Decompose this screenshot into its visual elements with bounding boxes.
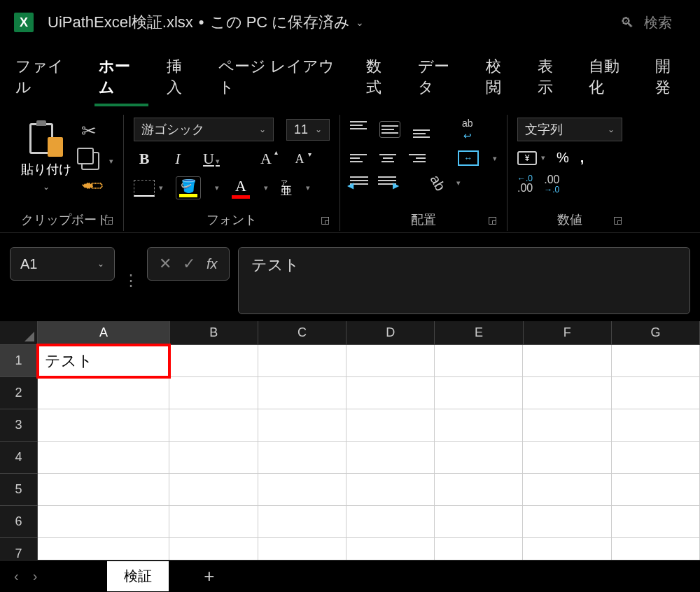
add-sheet-button[interactable]: + — [204, 565, 214, 587]
wrap-text-button[interactable]: ab↩ — [462, 118, 473, 141]
cell[interactable] — [169, 442, 258, 474]
cell[interactable] — [435, 474, 523, 506]
tab-data[interactable]: データ — [414, 55, 468, 106]
tab-file[interactable]: ファイル — [11, 55, 80, 106]
number-format-select[interactable]: 文字列⌄ — [517, 118, 622, 141]
tab-home[interactable]: ホーム — [94, 55, 148, 106]
cell[interactable] — [38, 409, 169, 442]
cell[interactable] — [258, 409, 346, 442]
cell[interactable] — [612, 474, 700, 506]
fill-color-button[interactable]: 🪣 — [176, 176, 201, 199]
cell[interactable] — [169, 506, 258, 538]
cell[interactable] — [523, 409, 611, 442]
row-header-2[interactable]: 2 — [0, 377, 38, 409]
align-right-button[interactable] — [409, 150, 426, 167]
cell[interactable] — [258, 442, 346, 474]
cell[interactable] — [435, 442, 523, 474]
font-size-select[interactable]: 11⌄ — [286, 119, 330, 141]
align-top-button[interactable] — [350, 121, 367, 138]
tab-view[interactable]: 表示 — [533, 55, 571, 106]
font-color-button[interactable]: A — [232, 177, 250, 199]
cell-G1[interactable] — [612, 345, 700, 377]
percent-button[interactable]: % — [556, 150, 569, 166]
tab-formulas[interactable]: 数式 — [362, 55, 400, 106]
cell[interactable] — [346, 377, 435, 409]
tab-automate[interactable]: 自動化 — [584, 55, 637, 106]
cell[interactable] — [346, 442, 435, 474]
row-header-6[interactable]: 6 — [0, 506, 38, 538]
cell[interactable] — [435, 377, 523, 409]
align-middle-button[interactable] — [379, 121, 400, 138]
cell[interactable] — [258, 506, 346, 538]
tab-pagelayout[interactable]: ページ レイアウト — [214, 55, 349, 106]
shrink-font-button[interactable]: A — [289, 152, 310, 167]
align-center-button[interactable] — [379, 150, 396, 167]
cell[interactable] — [169, 474, 258, 506]
orientation-button[interactable]: ab — [427, 172, 449, 194]
comma-style-button[interactable]: , — [580, 150, 584, 166]
cell[interactable] — [612, 377, 700, 409]
row-header-3[interactable]: 3 — [0, 409, 38, 442]
dialog-launcher-icon[interactable]: ◲ — [613, 214, 622, 225]
cell[interactable] — [38, 506, 169, 538]
cell[interactable] — [523, 442, 611, 474]
decrease-indent-button[interactable]: ◀ — [350, 176, 368, 190]
file-title[interactable]: UiPathExcel検証.xlsx • この PC に保存済み ⌄ — [48, 12, 364, 33]
chevron-down-icon[interactable]: ⌄ — [356, 17, 364, 28]
cell[interactable] — [258, 377, 346, 409]
underline-button[interactable]: U▾ — [201, 150, 222, 168]
cell[interactable] — [346, 506, 435, 538]
tab-review[interactable]: 校閲 — [482, 55, 519, 106]
merge-cells-button[interactable]: ↔ — [458, 150, 479, 166]
cell-A1[interactable]: テスト — [38, 345, 169, 377]
font-name-select[interactable]: 游ゴシック⌄ — [134, 118, 274, 141]
copy-button[interactable]: ▾ — [81, 152, 113, 170]
cell[interactable] — [38, 442, 169, 474]
prev-sheet-button[interactable]: ‹ — [14, 568, 19, 584]
borders-button[interactable]: ▾ — [134, 180, 163, 197]
cell[interactable] — [169, 377, 258, 409]
col-header-A[interactable]: A — [38, 321, 169, 345]
dialog-launcher-icon[interactable]: ◲ — [104, 214, 113, 225]
formula-input[interactable]: テスト — [238, 247, 690, 314]
format-painter-button[interactable]: 🖌 — [78, 171, 116, 209]
align-bottom-button[interactable] — [413, 121, 430, 138]
grow-font-button[interactable]: A — [255, 150, 276, 168]
col-header-F[interactable]: F — [524, 321, 612, 345]
col-header-G[interactable]: G — [612, 321, 700, 345]
decrease-decimal-button[interactable]: .00→.0 — [544, 174, 559, 194]
cell[interactable] — [523, 506, 611, 538]
italic-button[interactable]: I — [167, 150, 188, 168]
align-left-button[interactable] — [350, 150, 367, 167]
select-all-corner[interactable] — [0, 321, 38, 345]
dialog-launcher-icon[interactable]: ◲ — [321, 214, 330, 225]
insert-function-button[interactable]: fx — [206, 256, 218, 272]
cut-button[interactable]: ✂ — [81, 120, 113, 142]
cell[interactable] — [435, 506, 523, 538]
row-header-4[interactable]: 4 — [0, 442, 38, 474]
cell[interactable] — [523, 377, 611, 409]
dialog-launcher-icon[interactable]: ◲ — [488, 214, 497, 225]
increase-decimal-button[interactable]: ←.0.00 — [517, 174, 533, 194]
cell[interactable] — [612, 506, 700, 538]
enter-formula-button[interactable]: ✓ — [183, 255, 195, 273]
tab-developer[interactable]: 開発 — [651, 55, 689, 106]
cell-E1[interactable] — [435, 345, 523, 377]
increase-indent-button[interactable]: ▶ — [378, 176, 396, 190]
search-box[interactable]: 🔍︎ 検索 — [606, 8, 686, 38]
cell[interactable] — [169, 409, 258, 442]
cell-D1[interactable] — [346, 345, 435, 377]
col-header-E[interactable]: E — [435, 321, 523, 345]
cell[interactable] — [346, 474, 435, 506]
phonetic-button[interactable]: ア亜 — [281, 180, 292, 196]
cell[interactable] — [612, 409, 700, 442]
cell[interactable] — [38, 474, 169, 506]
cell-B1[interactable] — [169, 345, 258, 377]
col-header-C[interactable]: C — [258, 321, 346, 345]
cell[interactable] — [346, 409, 435, 442]
cancel-formula-button[interactable]: ✕ — [159, 255, 172, 273]
accounting-format-button[interactable]: ¥▾ — [517, 151, 545, 165]
row-header-1[interactable]: 1 — [0, 345, 38, 377]
bold-button[interactable]: B — [134, 150, 155, 168]
cell[interactable] — [38, 377, 169, 409]
